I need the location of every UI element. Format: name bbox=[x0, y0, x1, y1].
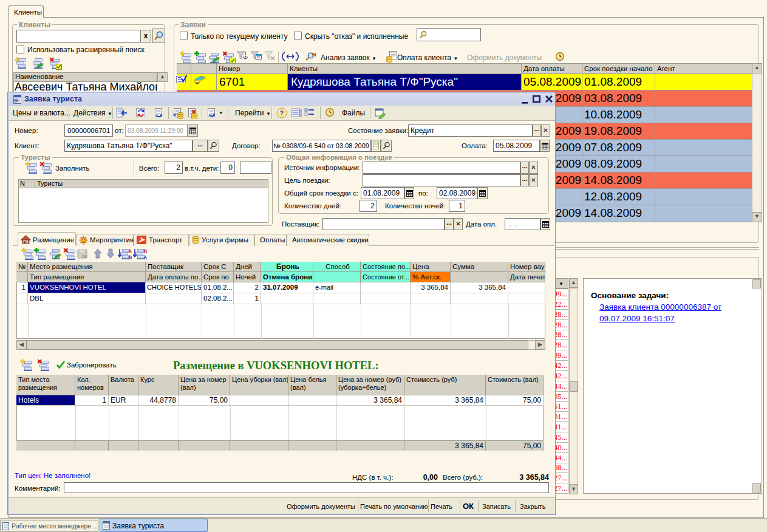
svg-text:N: N bbox=[312, 52, 316, 58]
svg-text:OK: OK bbox=[81, 254, 87, 259]
svg-text:Я: Я bbox=[128, 254, 132, 261]
svg-text:А: А bbox=[128, 248, 132, 254]
svg-text:А: А bbox=[143, 254, 147, 261]
svg-text:Я: Я bbox=[143, 248, 147, 254]
svg-text:?: ? bbox=[280, 109, 284, 117]
